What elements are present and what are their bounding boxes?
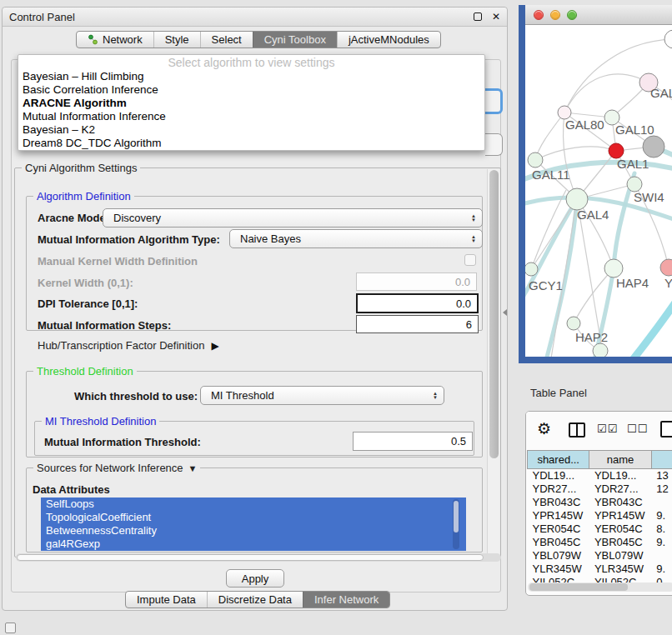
restore-panel-icon[interactable] [5,622,16,633]
mutual-information-threshold-field[interactable]: 0.5 [353,432,473,451]
tab-infer-network[interactable]: Infer Network [303,592,389,608]
tab-discretize-data[interactable]: Discretize Data [207,592,303,608]
table-cell: YER054C [589,522,651,536]
table-cell: YBR045C [589,536,651,549]
table-row[interactable]: YLR345WYLR345W9. [528,562,672,576]
table-row[interactable]: YPR145WYPR145W9. [528,509,672,522]
settings-vertical-scrollbar-thumb[interactable] [489,170,499,458]
node-salmon[interactable] [660,259,672,276]
data-attributes-label: Data Attributes [33,483,110,496]
table-row[interactable]: YDL19...YDL19...13 [528,469,672,482]
network-edge-highlighted [615,295,672,357]
algorithm-option-bayesian-hill-climbing[interactable]: Bayesian – Hill Climbing [18,70,484,83]
sources-title-text: Sources for Network Inference [37,462,183,474]
apply-button[interactable]: Apply [226,569,284,588]
algorithm-option-aracne-algorithm[interactable]: ARACNE Algorithm [18,97,484,110]
tab-impute-data[interactable]: Impute Data [126,592,207,608]
settings-horizontal-scrollbar[interactable] [16,553,501,562]
table-row[interactable]: YDR27...YDR27...12 [528,482,672,496]
table-row[interactable]: YER054CYER054C8. [528,522,672,536]
table-horizontal-scrollbar[interactable] [528,582,672,592]
node-hap2[interactable] [567,317,580,330]
select-all-checkboxes-icon[interactable] [597,422,618,435]
mutual-information-threshold-label: Mutual Information Threshold: [44,436,201,448]
column-header-col-3[interactable] [651,451,672,469]
node-top-partial[interactable] [664,30,672,48]
mi-algorithm-type-select[interactable]: Naive Bayes [229,229,483,248]
attributes-scrollbar-thumb[interactable] [454,501,459,532]
settings-vertical-scrollbar[interactable] [487,169,499,556]
tab-style[interactable]: Style [153,32,200,48]
attribute-item-topologicalcoefficient[interactable]: TopologicalCoefficient [41,511,466,524]
dpi-tolerance-value: 0.0 [456,298,471,310]
node-gray[interactable] [643,136,664,158]
apply-button-label: Apply [242,572,269,585]
table-row[interactable]: YBR043CYBR043C [528,496,672,509]
close-icon[interactable] [492,12,500,21]
dpi-tolerance-field[interactable]: 0.0 [356,293,479,313]
table-row[interactable]: YBL079WYBL079W [528,549,672,562]
zoom-window-icon[interactable] [567,10,577,20]
float-window-icon[interactable] [474,12,482,21]
algorithm-option-dream8-dc-tdc-algorithm[interactable]: Dream8 DC_TDC Algorithm [18,137,484,150]
new-table-icon[interactable] [660,421,672,438]
table-row[interactable]: YBR045CYBR045C9. [528,536,672,549]
control-panel-title: Control Panel [9,11,75,23]
node-gcy1[interactable] [525,262,538,276]
attribute-item-gal4rgexp[interactable]: gal4RGexp [41,538,466,551]
column-header-shared[interactable]: shared... [528,451,589,469]
table-cell [651,496,672,509]
spinner-arrows-icon [471,214,476,222]
aracne-mode-select[interactable]: Discovery [103,208,483,228]
column-header-name[interactable]: name [589,451,651,469]
which-threshold-label: Which threshold to use: [74,390,198,402]
table-horizontal-scrollbar-thumb[interactable] [529,583,628,591]
node-bottom[interactable] [593,343,608,357]
table-cell: YDL19... [528,469,589,482]
gear-icon[interactable] [537,419,551,438]
table-cell: 8. [651,522,672,536]
tab-network[interactable]: Network [77,32,153,48]
kernel-width-value: 0.0 [455,276,470,288]
mi-algorithm-type-label: Mutual Information Algorithm Type: [38,233,220,246]
node-label-hap4: HAP4 [616,276,649,290]
table-cell: YBL079W [589,549,651,562]
dpi-tolerance-label: DPI Tolerance [0,1]: [38,298,138,310]
tab-label: jActiveMNodules [349,33,429,46]
manual-kernel-width-checkbox[interactable] [464,254,476,266]
hub-factor-expander-label: Hub/Transcription Factor Definition [38,339,204,352]
node-hap4[interactable] [604,259,623,278]
algorithm-option-bayesian-k2[interactable]: Bayesian – K2 [18,123,484,137]
hub-factor-expander[interactable]: Hub/Transcription Factor Definition [38,339,219,352]
algorithm-option-mutual-information-inference[interactable]: Mutual Information Inference [18,110,484,123]
attribute-item-selfloops[interactable]: SelfLoops [41,498,466,511]
hidden-combo-fragment [485,133,503,156]
mi-steps-field[interactable]: 6 [356,315,479,333]
network-canvas[interactable]: GALGAL80GAL10GAL1GAL11SWI4GAL4GCY1HAP4YH… [525,25,672,357]
tab-select[interactable]: Select [200,32,253,48]
settings-horizontal-scrollbar-thumb[interactable] [17,554,484,561]
control-panel-window: Control Panel NetworkStyleSelectCyni Too… [2,7,508,611]
table-cell: YDR27... [589,482,651,496]
close-window-icon[interactable] [534,10,544,20]
minimize-window-icon[interactable] [550,10,560,20]
collapse-down-icon[interactable] [183,462,198,474]
table-cell: YDL19... [589,469,651,482]
hidden-combo-focus-fragment [484,88,503,114]
cyni-bottom-tabs: Impute DataDiscretize DataInfer Network [125,591,390,608]
node-gal11[interactable] [528,152,543,168]
columns-icon[interactable] [569,422,585,438]
network-window-titlebar[interactable] [525,5,672,25]
mi-threshold-definition-title: MI Threshold Definition [42,415,159,428]
attributes-scrollbar[interactable] [453,499,459,549]
deselect-checkboxes-icon[interactable] [627,422,648,435]
tab-jactivemnodules[interactable]: jActiveMNodules [337,32,440,48]
attribute-item-betweennesscentrality[interactable]: BetweennessCentrality [41,524,466,538]
control-panel-titlebar[interactable]: Control Panel [3,8,507,27]
which-threshold-select[interactable]: MI Threshold [200,386,444,405]
splitter-collapse-handle[interactable] [503,309,507,316]
table-cell: 9. [651,536,672,549]
mi-algorithm-type-value: Naive Bayes [240,232,301,245]
tab-cyni-toolbox[interactable]: Cyni Toolbox [253,32,337,48]
algorithm-option-basic-correlation-inference[interactable]: Basic Correlation Inference [18,83,484,97]
